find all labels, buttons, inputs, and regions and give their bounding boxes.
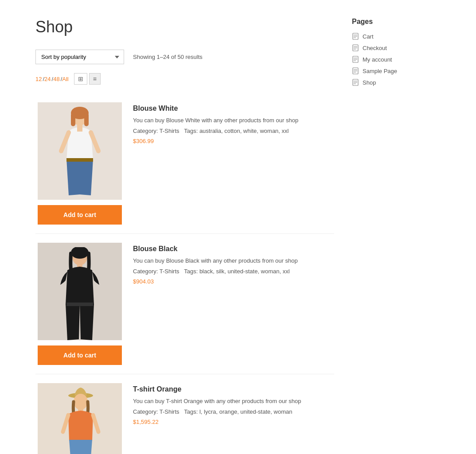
product-price-2: $904.03 (133, 278, 334, 285)
product-name-3: T-shirt Orange (133, 385, 334, 393)
svg-rect-2 (71, 113, 75, 126)
sidebar: Pages Cart (352, 18, 441, 454)
list-item: Sample Page (352, 67, 441, 74)
product-item: Add to cart Blouse Black You can buy Blo… (35, 234, 334, 374)
sidebar-link-shop[interactable]: Shop (363, 79, 376, 86)
perpage-12[interactable]: 12 (35, 76, 42, 82)
product-price-1: $306.99 (133, 138, 334, 144)
product-item: Add to cart Blouse White You can buy Blo… (35, 93, 334, 234)
product-image (38, 102, 122, 200)
product-image-wrap: Add to cart (35, 102, 124, 225)
perpage-24[interactable]: 24 (44, 76, 51, 82)
product-price-3: $1,595.22 (133, 419, 334, 425)
product-name-1: Blouse White (133, 105, 334, 113)
page-icon (352, 79, 359, 86)
results-count: Showing 1–24 of 50 results (133, 54, 203, 60)
list-item: My account (352, 56, 441, 63)
woman-silhouette-black (53, 247, 106, 340)
list-item: Shop (352, 79, 441, 86)
product-name-2: Blouse Black (133, 245, 334, 253)
svg-rect-4 (66, 158, 93, 162)
sidebar-link-sample[interactable]: Sample Page (363, 68, 397, 74)
svg-rect-9 (66, 303, 93, 306)
page-title: Shop (35, 18, 334, 36)
list-view-button[interactable]: ≡ (89, 73, 101, 85)
svg-rect-5 (77, 124, 82, 132)
pages-list: Cart Checkout (352, 33, 441, 86)
perpage-all[interactable]: All (62, 76, 68, 82)
page-icon (352, 44, 359, 51)
product-list: Add to cart Blouse White You can buy Blo… (35, 93, 334, 454)
pages-title: Pages (352, 18, 441, 26)
product-image-2 (38, 243, 122, 340)
list-item: Checkout (352, 44, 441, 51)
svg-rect-3 (84, 113, 89, 126)
sidebar-link-myaccount[interactable]: My account (363, 56, 392, 63)
product-image-wrap-2: Add to cart (35, 243, 124, 365)
add-to-cart-button-1[interactable]: Add to cart (38, 205, 122, 225)
woman-silhouette-white (53, 107, 106, 200)
woman-silhouette-orange (53, 388, 106, 454)
product-info-1: Blouse White You can buy Blouse White wi… (133, 102, 334, 144)
product-category-3: Category: T-Shirts Tags: l, lycra, orang… (133, 407, 334, 416)
add-to-cart-button-2[interactable]: Add to cart (38, 345, 122, 365)
page-icon (352, 67, 359, 74)
product-image-3 (38, 383, 122, 454)
page-icon (352, 33, 359, 40)
main-content: Shop Sort by popularitySort by latestSor… (35, 18, 334, 454)
product-category-2: Category: T-Shirts Tags: black, silk, un… (133, 267, 334, 276)
list-item: Cart (352, 33, 441, 40)
perpage-nav: 12 / 24 / 48 / All ⊞ ≡ (35, 73, 334, 85)
product-info-3: T-shirt Orange You can buy T-shirt Orang… (133, 383, 334, 425)
page-icon (352, 56, 359, 63)
product-item: Add to cart T-shirt Orange You can buy T… (35, 374, 334, 454)
sidebar-link-checkout[interactable]: Checkout (363, 45, 387, 51)
perpage-48[interactable]: 48 (53, 76, 59, 82)
sort-select[interactable]: Sort by popularitySort by latestSort by … (35, 50, 124, 64)
toolbar: Sort by popularitySort by latestSort by … (35, 50, 334, 64)
sidebar-link-cart[interactable]: Cart (363, 33, 374, 40)
product-desc-2: You can buy Blouse Black with any other … (133, 256, 334, 265)
svg-point-11 (74, 394, 88, 410)
product-desc-1: You can buy Blouse White with any other … (133, 116, 334, 125)
product-info-2: Blouse Black You can buy Blouse Black wi… (133, 243, 334, 285)
product-desc-3: You can buy T-shirt Orange with any othe… (133, 397, 334, 406)
product-image-wrap-3: Add to cart (35, 383, 124, 454)
grid-view-button[interactable]: ⊞ (74, 73, 87, 85)
view-toggles: ⊞ ≡ (74, 73, 101, 85)
product-category-1: Category: T-Shirts Tags: australia, cott… (133, 127, 334, 136)
